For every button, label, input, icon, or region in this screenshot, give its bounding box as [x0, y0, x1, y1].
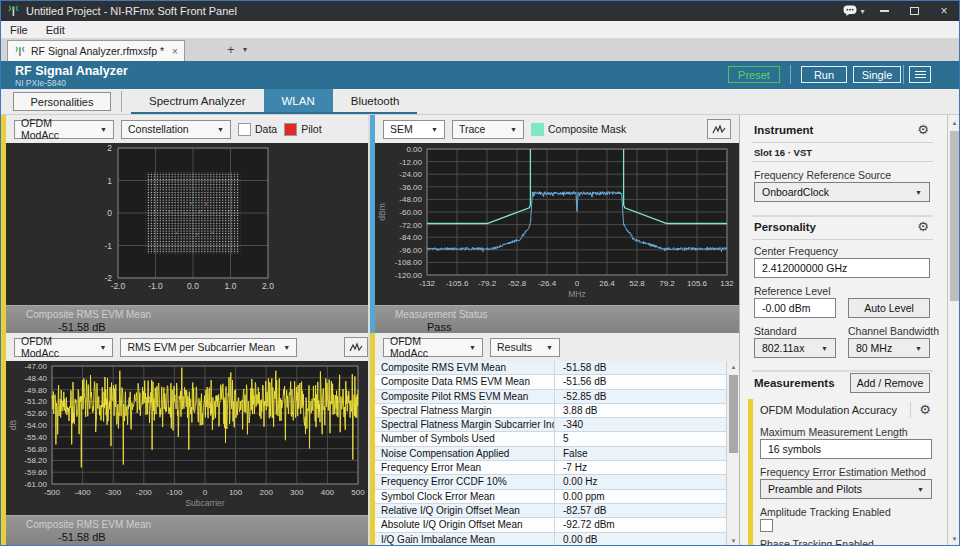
maximize-button[interactable]	[899, 1, 929, 21]
amplitude-tracking-checkbox[interactable]	[760, 519, 773, 532]
freq-ref-select[interactable]: OnboardClock▼	[754, 182, 930, 202]
scroll-down-icon: ▼	[948, 533, 960, 545]
table-row[interactable]: Spectral Flatness Margin3.88 dB	[375, 404, 726, 418]
svg-text:52.8: 52.8	[629, 279, 645, 288]
ref-level-input[interactable]: -0.00 dBm	[754, 298, 836, 318]
gear-icon[interactable]: ⚙	[917, 219, 929, 234]
content-area: OFDM ModAcc▼ Constellation▼ Data Pilot 2…	[1, 115, 959, 546]
new-tab-button[interactable]: +	[227, 42, 235, 57]
menu-icon[interactable]	[909, 66, 931, 83]
table-row[interactable]: Frequency Error Mean-7 Hz	[375, 461, 726, 475]
composite-mask-label: Composite Mask	[548, 123, 626, 135]
center-freq-input[interactable]: 2.412000000 GHz	[754, 258, 930, 278]
minimize-button[interactable]	[869, 1, 899, 21]
svg-text:-52.60: -52.60	[24, 409, 47, 418]
measurement-select[interactable]: SEM▼	[383, 120, 445, 139]
center-freq-label: Center Frequency	[754, 245, 838, 257]
evm-plot-panel: -47.00-48.40-49.80-51.20-52.60-54.00-55.…	[6, 361, 368, 515]
measurement-select[interactable]: OFDM ModAcc▼	[14, 120, 114, 139]
table-row[interactable]: Number of Symbols Used5	[375, 432, 726, 446]
table-row[interactable]: Composite Data RMS EVM Mean-51.56 dB	[375, 375, 726, 389]
svg-text:1: 1	[107, 176, 112, 186]
new-tab-chevron-icon[interactable]: ▾	[243, 45, 247, 54]
chevron-down-icon: ▼	[469, 344, 476, 351]
phase-tracking-label: Phase Tracking Enabled	[760, 538, 874, 546]
result-value: 0.00 ppm	[555, 490, 726, 503]
result-name: Composite Pilot RMS EVM Mean	[375, 390, 555, 403]
bandwidth-select[interactable]: 80 MHz▼	[848, 338, 930, 358]
svg-text:0.0: 0.0	[187, 281, 199, 291]
gear-icon[interactable]: ⚙	[917, 122, 929, 137]
run-button[interactable]: Run	[801, 66, 847, 83]
table-row[interactable]: Spectral Flatness Margin Subcarrier Inde…	[375, 418, 726, 432]
close-tab-icon[interactable]: ×	[172, 46, 178, 57]
table-row[interactable]: Noise Compensation AppliedFalse	[375, 447, 726, 461]
table-row[interactable]: Relative I/Q Origin Offset Mean-82.57 dB	[375, 504, 726, 518]
view-select[interactable]: RMS EVM per Subcarrier Mean▼	[120, 338, 297, 357]
auto-level-button[interactable]: Auto Level	[848, 298, 930, 318]
results-table-scrollbar[interactable]: ▲ ▼	[726, 361, 739, 546]
pilot-legend-label: Pilot	[301, 123, 321, 135]
results-toolbar: OFDM ModAcc▼ Results▼	[375, 333, 739, 361]
graph-view-button[interactable]	[707, 119, 731, 139]
table-row[interactable]: Frequency Error CCDF 10%0.00 Hz	[375, 475, 726, 489]
evm-toolbar: OFDM ModAcc▼ RMS EVM per Subcarrier Mean…	[6, 333, 368, 361]
result-name: Number of Symbols Used	[375, 432, 555, 445]
document-tab[interactable]: RF Signal Analyzer.rfmxsfp * ×	[7, 40, 185, 61]
result-value: -52.85 dB	[555, 390, 726, 403]
view-select[interactable]: Trace▼	[452, 120, 524, 139]
scrollbar-thumb[interactable]	[950, 131, 959, 301]
add-remove-button[interactable]: Add / Remove	[850, 373, 930, 393]
tab-wlan[interactable]: WLAN	[264, 89, 333, 112]
table-row[interactable]: Composite RMS EVM Mean-51.58 dB	[375, 361, 726, 375]
menu-file[interactable]: File	[1, 24, 37, 36]
pilot-swatch[interactable]	[284, 123, 297, 136]
freq-err-select[interactable]: Preamble and Pilots▼	[760, 479, 932, 499]
svg-text:1.0: 1.0	[225, 281, 237, 291]
personalities-button[interactable]: Personalities	[13, 92, 111, 111]
status-value: -51.58 dB	[58, 321, 106, 333]
table-row[interactable]: Composite Pilot RMS EVM Mean-52.85 dB	[375, 390, 726, 404]
panel-header: RF Signal Analyzer NI PXIe-5840 Preset R…	[1, 61, 959, 89]
chevron-down-icon: ▼	[100, 126, 107, 133]
sidebar-scrollbar[interactable]: ▲ ▼	[947, 115, 960, 546]
standard-select[interactable]: 802.11ax▼	[754, 338, 836, 358]
svg-text:MHz: MHz	[568, 289, 585, 299]
result-value: -82.57 dB	[555, 504, 726, 517]
chevron-down-icon: ▼	[217, 126, 224, 133]
rfmx-doc-icon	[14, 46, 26, 57]
svg-text:100: 100	[229, 488, 243, 497]
measurement-select[interactable]: OFDM ModAcc▼	[14, 338, 113, 357]
view-select[interactable]: Results▼	[490, 338, 560, 357]
graph-view-button[interactable]	[344, 337, 368, 357]
menu-edit[interactable]: Edit	[37, 24, 74, 36]
table-row[interactable]: Absolute I/Q Origin Offset Mean-92.72 dB…	[375, 518, 726, 532]
max-len-input[interactable]: 16 symbols	[760, 439, 932, 459]
view-select[interactable]: Constellation▼	[121, 120, 231, 139]
table-row[interactable]: Symbol Clock Error Mean0.00 ppm	[375, 490, 726, 504]
instrument-section-title: Instrument	[754, 124, 813, 136]
svg-text:0: 0	[107, 208, 112, 218]
svg-text:-48.00: -48.00	[399, 195, 422, 204]
constellation-status: Composite RMS EVM Mean -51.58 dB	[6, 305, 368, 333]
data-swatch[interactable]	[238, 123, 251, 136]
measurement-select[interactable]: OFDM ModAcc▼	[383, 338, 483, 357]
feedback-button[interactable]: ▾	[839, 1, 869, 21]
result-value: 5	[555, 432, 726, 445]
tab-spectrum-analyzer[interactable]: Spectrum Analyzer	[131, 89, 264, 112]
chevron-down-icon: ▼	[99, 344, 106, 351]
chevron-down-icon: ▼	[915, 345, 922, 352]
result-value: -51.58 dB	[555, 361, 726, 374]
scrollbar-thumb[interactable]	[729, 375, 738, 453]
preset-button[interactable]: Preset	[728, 66, 780, 83]
sem-chart: 0.00-12.00-24.00-36.00-48.00-60.00-72.00…	[375, 143, 739, 305]
svg-text:-1: -1	[104, 241, 112, 251]
single-button[interactable]: Single	[853, 66, 901, 83]
table-row[interactable]: I/Q Gain Imbalance Mean0.00 dB	[375, 533, 726, 546]
chevron-down-icon: ▾	[860, 7, 864, 16]
result-name: I/Q Gain Imbalance Mean	[375, 533, 555, 546]
menu-bar: File Edit	[1, 21, 959, 39]
gear-icon[interactable]: ⚙	[919, 402, 931, 417]
tab-bluetooth[interactable]: Bluetooth	[333, 89, 418, 112]
close-button[interactable]: ×	[929, 1, 959, 21]
